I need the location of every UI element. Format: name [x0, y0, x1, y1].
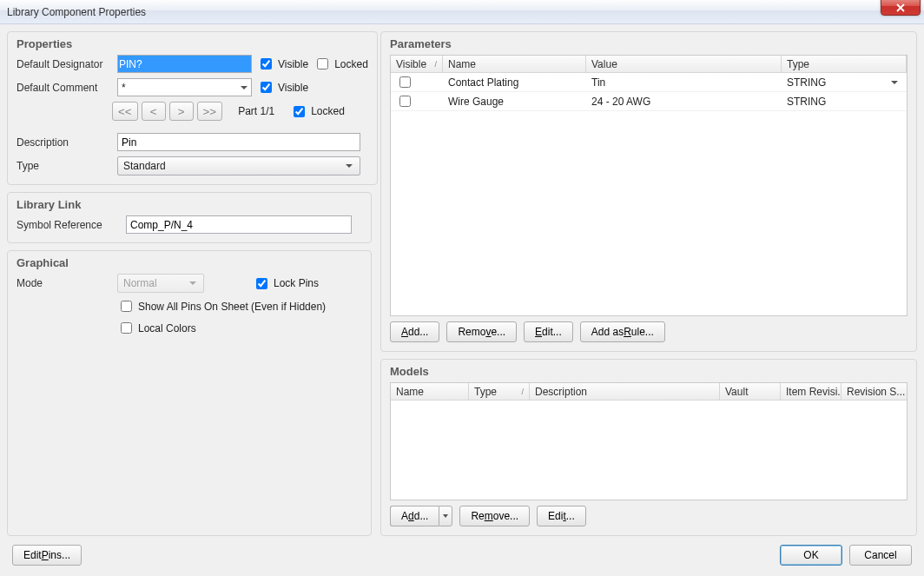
col-value[interactable]: Value — [586, 56, 782, 72]
designator-locked-box[interactable] — [317, 58, 328, 70]
window: Library Component Properties Properties … — [0, 0, 924, 576]
designator-visible-box[interactable] — [261, 58, 272, 70]
nav-next-button[interactable]: > — [169, 102, 194, 121]
models-group: Models Name Type/ Description Vault Item… — [380, 359, 917, 536]
mcol-description[interactable]: Description — [530, 383, 720, 400]
parameters-group: Parameters Visible/ Name Value Type — [380, 31, 917, 352]
cancel-button[interactable]: Cancel — [849, 545, 912, 566]
graphical-group: Graphical Mode Normal Lock Pins — [7, 250, 372, 536]
col-type[interactable]: Type — [782, 56, 907, 72]
cell-name: Contact Plating — [443, 75, 586, 90]
show-all-pins-box[interactable] — [121, 301, 132, 312]
mcol-name[interactable]: Name — [391, 383, 469, 400]
mode-label: Mode — [16, 277, 112, 289]
designator-label: Default Designator — [16, 58, 112, 70]
ok-button[interactable]: OK — [780, 545, 842, 566]
parameters-header: Visible/ Name Value Type — [391, 56, 907, 73]
cell-value: 24 - 20 AWG — [586, 94, 782, 109]
sort-icon: / — [434, 60, 437, 69]
models-buttons: Add... Remove... Edit... — [390, 506, 908, 526]
models-edit-button[interactable]: Edit... — [537, 506, 586, 526]
comment-label: Default Comment — [16, 82, 112, 94]
mcol-type[interactable]: Type/ — [469, 383, 530, 400]
cell-type: STRING — [782, 94, 907, 109]
nav-first-button[interactable]: << — [112, 102, 138, 121]
mode-combo: Normal — [117, 274, 204, 293]
comment-visible-box[interactable] — [261, 82, 272, 93]
models-add-button[interactable]: Add... — [390, 506, 439, 526]
show-all-pins-checkbox[interactable]: Show All Pins On Sheet (Even if Hidden) — [117, 298, 326, 314]
library-link-group: Library Link Symbol Reference — [7, 192, 372, 243]
parameters-legend: Parameters — [390, 37, 452, 50]
params-remove-button[interactable]: Remove... — [446, 321, 517, 342]
lock-pins-checkbox[interactable]: Lock Pins — [253, 275, 319, 292]
symbol-ref-label: Symbol Reference — [16, 219, 121, 231]
columns: Properties Default Designator PIN? Visib… — [7, 31, 917, 536]
properties-legend: Properties — [16, 37, 72, 50]
col-visible[interactable]: Visible/ — [391, 56, 443, 72]
models-table[interactable]: Name Type/ Description Vault Item Revisi… — [390, 382, 908, 500]
footer: Edit Pins... OK Cancel — [7, 541, 917, 569]
mcol-item-rev[interactable]: Item Revisi... — [781, 383, 842, 400]
right-column: Parameters Visible/ Name Value Type — [380, 31, 917, 536]
part-locked-checkbox[interactable]: Locked — [290, 103, 345, 120]
params-add-as-rule-button[interactable]: Add as Rule... — [580, 321, 665, 342]
models-header: Name Type/ Description Vault Item Revisi… — [391, 383, 907, 401]
close-icon — [896, 3, 905, 12]
parameters-buttons: Add... Remove... Edit... Add as Rule... — [390, 321, 908, 342]
comment-visible-checkbox[interactable]: Visible — [257, 79, 308, 96]
sort-icon: / — [521, 387, 524, 396]
models-body — [391, 401, 907, 500]
content: Properties Default Designator PIN? Visib… — [0, 24, 924, 576]
designator-locked-checkbox[interactable]: Locked — [314, 56, 368, 72]
lock-pins-box[interactable] — [256, 278, 267, 289]
params-edit-button[interactable]: Edit... — [524, 321, 573, 342]
description-input[interactable] — [117, 133, 360, 151]
left-column: Properties Default Designator PIN? Visib… — [7, 31, 372, 536]
parameters-body: Contact Plating Tin STRING Wire Gauge 24… — [391, 73, 907, 315]
type-label: Type — [16, 160, 112, 172]
designator-visible-checkbox[interactable]: Visible — [257, 56, 308, 72]
part-nav: << < > >> — [112, 102, 222, 121]
mcol-rev-status[interactable]: Revision S... — [842, 383, 907, 400]
part-text: Part 1/1 — [238, 105, 274, 117]
close-button[interactable] — [881, 0, 921, 16]
library-link-legend: Library Link — [16, 198, 81, 211]
row-visible-checkbox[interactable] — [399, 76, 411, 88]
designator-input[interactable]: PIN? — [117, 55, 252, 73]
params-add-button[interactable]: Add... — [390, 321, 439, 342]
symbol-ref-input[interactable] — [126, 215, 352, 234]
cell-type[interactable]: STRING — [782, 73, 907, 92]
models-remove-button[interactable]: Remove... — [459, 506, 530, 526]
table-row[interactable]: Wire Gauge 24 - 20 AWG STRING — [391, 92, 907, 111]
cell-value: Tin — [586, 75, 782, 90]
row-visible-checkbox[interactable] — [399, 96, 411, 107]
part-locked-box[interactable] — [294, 106, 305, 117]
parameters-table[interactable]: Visible/ Name Value Type Contact Plating… — [390, 55, 908, 316]
type-combo[interactable]: Standard — [117, 156, 360, 175]
col-name[interactable]: Name — [443, 56, 586, 72]
mcol-vault[interactable]: Vault — [720, 383, 781, 400]
window-title: Library Component Properties — [7, 6, 146, 18]
comment-combo[interactable]: * — [117, 78, 252, 96]
graphical-legend: Graphical — [16, 256, 69, 269]
titlebar: Library Component Properties — [0, 0, 924, 24]
table-row[interactable]: Contact Plating Tin STRING — [391, 73, 907, 92]
description-label: Description — [16, 136, 112, 149]
local-colors-checkbox[interactable]: Local Colors — [117, 320, 196, 336]
properties-group: Properties Default Designator PIN? Visib… — [7, 31, 378, 185]
chevron-down-icon — [237, 79, 251, 96]
cell-name: Wire Gauge — [443, 94, 586, 109]
chevron-down-icon[interactable] — [439, 506, 452, 526]
edit-pins-button[interactable]: Edit Pins... — [12, 545, 82, 566]
local-colors-box[interactable] — [121, 322, 132, 334]
models-add-split-button[interactable]: Add... — [390, 506, 452, 526]
nav-prev-button[interactable]: < — [142, 102, 166, 121]
nav-last-button[interactable]: >> — [197, 102, 223, 121]
models-legend: Models — [390, 365, 429, 378]
